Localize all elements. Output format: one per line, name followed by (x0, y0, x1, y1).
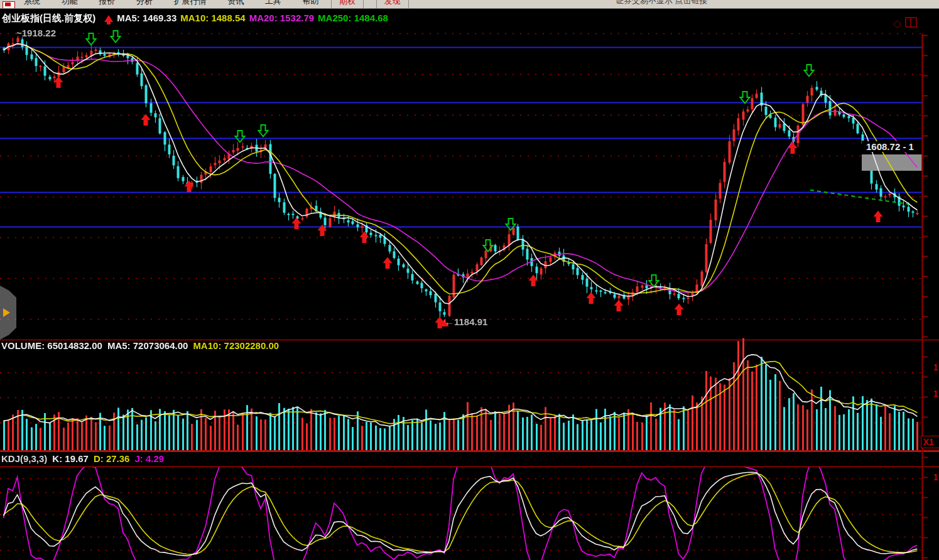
diamond-icon[interactable]: ◇ (893, 18, 905, 30)
chart-canvas[interactable] (0, 0, 939, 560)
kdj-header: KDJ(9,3,3)K: 19.67D: 27.36J: 4.29 (1, 453, 169, 464)
volume-ma10: MA10: 72302280.00 (193, 340, 279, 351)
ma5-label: MA5: 1469.33 (117, 13, 176, 23)
app-logo-icon[interactable] (3, 1, 15, 9)
volume-header: VOLUME: 65014832.00MA5: 72073064.00MA10:… (1, 340, 284, 351)
menu-item-help[interactable]: 帮助 (302, 0, 318, 9)
menu-item-discover[interactable]: 发现 (376, 0, 409, 9)
high-price-label: ~1918.22 (16, 28, 56, 38)
menu-item-system[interactable]: 系统 (24, 0, 40, 9)
trading-app-window: 系统 功能 报价 分析 扩展行情 资讯 工具 帮助 期权 发现 证券交易不显示 … (0, 0, 939, 560)
up-signal-icon (104, 15, 113, 22)
kdj-d: D: 27.36 (94, 453, 130, 464)
vol-axis-label-2: 1 (933, 389, 938, 399)
menu-item-news[interactable]: 资讯 (227, 0, 244, 9)
menu-bar: 系统 功能 报价 分析 扩展行情 资讯 工具 帮助 期权 发现 证券交易不显示 … (0, 0, 939, 9)
volume-value: VOLUME: 65014832.00 (1, 340, 102, 351)
pane-corner-icons: ◇ (893, 16, 917, 30)
kdj-k: K: 19.67 (52, 453, 89, 464)
menu-item-options[interactable]: 期权 (331, 0, 364, 9)
expand-arrow-icon (3, 308, 10, 317)
kdj-axis-label: 1 (933, 472, 938, 482)
ma20-label: MA20: 1532.79 (249, 13, 314, 23)
ma10-label: MA10: 1488.54 (180, 13, 245, 23)
instrument-title: 创业板指(日线.前复权) (2, 13, 95, 23)
main-chart-header: 创业板指(日线.前复权)MA5: 1469.33MA10: 1488.54MA2… (2, 13, 392, 24)
volume-ma5: MA5: 72073064.00 (107, 340, 188, 351)
crosshair-price-tag: 1608.72 - 1 (864, 141, 916, 152)
menu-item-tools[interactable]: 工具 (265, 0, 281, 9)
kdj-name: KDJ(9,3,3) (1, 453, 47, 464)
kdj-j: J: 4.29 (134, 453, 164, 464)
split-window-icon[interactable] (905, 17, 917, 28)
ma250-label: MA250: 1484.68 (318, 13, 388, 23)
menu-item-quotes[interactable]: 报价 (99, 0, 115, 9)
low-price-label: ←1184.91 (445, 316, 487, 327)
menu-item-extended-quotes[interactable]: 扩展行情 (174, 0, 207, 9)
menu-item-function[interactable]: 功能 (62, 0, 78, 9)
volume-unit-badge: X1 (921, 436, 939, 448)
vol-axis-label-1: 1 (933, 362, 938, 372)
trade-login-link[interactable]: 证券交易不显示 点击链接 (616, 0, 708, 8)
menu-item-analysis[interactable]: 分析 (136, 0, 153, 9)
